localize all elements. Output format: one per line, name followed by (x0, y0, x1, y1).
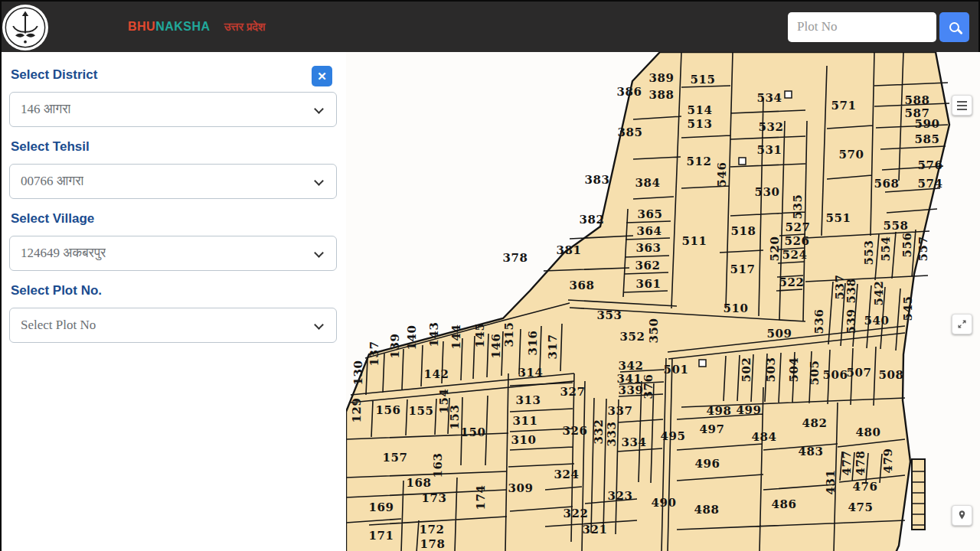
tehsil-dropdown[interactable]: 00766 आगरा (9, 164, 337, 199)
chevron-down-icon (314, 104, 324, 114)
chevron-down-icon (314, 320, 324, 330)
village-dropdown[interactable]: 124649 अकबरपुर (9, 236, 337, 271)
map-fullscreen-button[interactable] (952, 314, 972, 334)
magnifier-icon (949, 22, 959, 32)
expand-arrows-icon (956, 318, 968, 330)
cadastral-map[interactable]: 3895153863885345715885875145135325905853… (346, 52, 980, 551)
map-layers-menu-button[interactable] (952, 95, 972, 116)
chevron-down-icon (314, 176, 324, 186)
search-button[interactable] (939, 12, 969, 42)
selection-sidebar: ✕ Select District 146 आगरा Select Tehsil… (2, 52, 346, 551)
sidebar-close-button[interactable]: ✕ (312, 66, 332, 86)
district-value: 146 आगरा (21, 102, 70, 117)
tehsil-label: Select Tehsil (11, 139, 338, 155)
plot-search-box (788, 12, 969, 42)
plot-field-group: Select Plot No. Select Plot No (9, 283, 338, 343)
district-dropdown[interactable]: 146 आगरा (9, 92, 337, 127)
bhunaksha-app: BHUNAKSHA उत्तर प्रदेश ✕ Select District… (0, 0, 980, 551)
state-name: उत्तर प्रदेश (224, 20, 266, 34)
plot-value: Select Plot No (21, 318, 96, 333)
district-label: Select District (11, 67, 338, 83)
location-pin-icon (956, 510, 968, 521)
tehsil-field-group: Select Tehsil 00766 आगरा (9, 139, 338, 199)
plot-search-input[interactable] (788, 12, 936, 42)
close-icon: ✕ (317, 70, 327, 83)
brand-naksha: NAKSHA (155, 20, 210, 33)
village-value: 124649 अकबरपुर (21, 246, 106, 261)
cadastral-basemap (346, 52, 980, 551)
hamburger-icon (957, 101, 967, 110)
brand-bhu: BHU (128, 20, 155, 33)
district-field-group: Select District 146 आगरा (9, 67, 338, 127)
village-label: Select Village (11, 211, 338, 227)
map-locate-button[interactable] (952, 505, 972, 526)
plot-label: Select Plot No. (11, 283, 338, 298)
up-emblem-icon (4, 6, 47, 49)
tehsil-value: 00766 आगरा (21, 174, 83, 189)
brand-title: BHUNAKSHA (128, 20, 211, 34)
village-field-group: Select Village 124649 अकबरपुर (9, 211, 338, 271)
up-state-emblem-logo (2, 5, 48, 51)
chevron-down-icon (314, 248, 324, 258)
plot-dropdown[interactable]: Select Plot No (9, 308, 337, 343)
top-header: BHUNAKSHA उत्तर प्रदेश (2, 2, 978, 52)
